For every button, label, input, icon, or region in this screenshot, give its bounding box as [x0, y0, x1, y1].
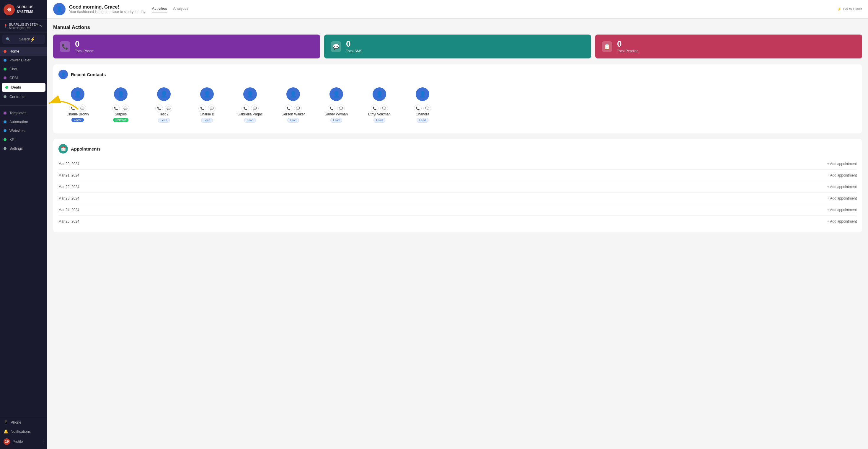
contact-sms-btn-5[interactable]: 💬 [294, 104, 302, 112]
contact-sms-btn-4[interactable]: 💬 [251, 104, 259, 112]
add-appointment-btn-2[interactable]: + Add appointment [827, 185, 857, 189]
sidebar-item-label-phone: Phone [11, 420, 21, 424]
stat-sms-label: Total SMS [346, 49, 362, 53]
sidebar-item-label-kpi: KPI [9, 137, 16, 142]
websites-dot [4, 129, 6, 132]
search-row[interactable]: 🔍 Search ⚡ [2, 35, 45, 44]
sidebar-item-automation[interactable]: Automation [0, 118, 47, 126]
stat-card-phone: 📞 0 Total Phone [53, 35, 320, 59]
contacts-header-icon: 👤 [58, 70, 68, 79]
search-icon: 🔍 [6, 37, 17, 41]
dialer-icon: ⚡ [837, 7, 841, 11]
search-label: Search [19, 37, 30, 41]
contact-call-btn-1[interactable]: 📞 [112, 104, 120, 112]
automation-dot [4, 121, 6, 123]
add-appointment-btn-5[interactable]: + Add appointment [827, 219, 857, 223]
contacts-title: Recent Contacts [71, 72, 106, 77]
topbar: 👤 Good morning, Grace! Your dashboard is… [47, 0, 868, 19]
manual-actions-section: Manual Actions 📞 0 Total Phone 💬 0 Total… [53, 25, 862, 59]
sidebar-item-profile[interactable]: GP Profile ‹ [0, 436, 47, 447]
chat-dot [4, 68, 6, 70]
appointment-row-2: Mar 22, 2024 + Add appointment [58, 181, 857, 193]
tab-activities[interactable]: Activities [152, 6, 167, 12]
sidebar-item-crm[interactable]: CRM [0, 73, 47, 83]
appointment-row-3: Mar 23, 2024 + Add appointment [58, 193, 857, 204]
stat-sms-value: 0 [346, 40, 362, 48]
contact-name-1: Surplus [115, 112, 127, 116]
contact-name-3: Charlie B [199, 112, 214, 116]
sidebar-item-notifications[interactable]: 🔔 Notifications [0, 427, 47, 436]
appointment-date-2: Mar 22, 2024 [58, 185, 88, 189]
org-selector[interactable]: 📍 SURPLUS SYSTEM... Bloomington, MN ▾ [0, 20, 47, 33]
contact-sms-btn-6[interactable]: 💬 [337, 104, 345, 112]
go-to-dialer-button[interactable]: ⚡ Go to Dialer [837, 7, 862, 11]
tab-analytics[interactable]: Analytics [173, 6, 188, 12]
stat-pending-label: Total Pending [617, 49, 639, 53]
add-appointment-btn-4[interactable]: + Add appointment [827, 208, 857, 212]
contact-avatar-charlie-b: 👤 [200, 87, 214, 101]
contact-avatar-charlie-brown: 👤 [71, 87, 85, 101]
add-appointment-btn-3[interactable]: + Add appointment [827, 196, 857, 200]
contact-sms-btn-1[interactable]: 💬 [122, 104, 129, 112]
appointments-header-icon: 📅 [58, 144, 68, 154]
contact-call-btn-0[interactable]: 📞 [69, 104, 77, 112]
contact-sms-btn-2[interactable]: 💬 [165, 104, 173, 112]
sidebar-item-home[interactable]: Home [0, 47, 47, 56]
contact-tag-3: Lead [201, 118, 213, 123]
contact-sms-btn-3[interactable]: 💬 [208, 104, 216, 112]
contact-sms-btn-0[interactable]: 💬 [79, 104, 86, 112]
sidebar-item-settings[interactable]: Settings [0, 144, 47, 153]
contact-surplus: 👤 📞 💬 Surplus Relative [101, 84, 140, 126]
contact-call-btn-4[interactable]: 📞 [242, 104, 249, 112]
contact-tag-8: Lead [416, 118, 428, 123]
contact-call-btn-3[interactable]: 📞 [198, 104, 206, 112]
contact-sandy: 👤 📞 💬 Sandy Wyman Lead [317, 84, 355, 126]
appointment-date-3: Mar 23, 2024 [58, 196, 88, 200]
sidebar-item-phone[interactable]: 📱 Phone [0, 418, 47, 427]
appointment-row-5: Mar 25, 2024 + Add appointment [58, 216, 857, 227]
contact-tag-6: Lead [330, 118, 342, 123]
contact-call-btn-5[interactable]: 📞 [285, 104, 292, 112]
sidebar-item-power-dialer[interactable]: Power Dialer [0, 56, 47, 65]
contact-avatar-gerson: 👤 [286, 87, 300, 101]
phone-icon: 📱 [4, 420, 8, 424]
contact-name-6: Sandy Wyman [325, 112, 348, 116]
contact-sms-btn-8[interactable]: 💬 [423, 104, 431, 112]
sidebar-item-chat[interactable]: Chat [0, 65, 47, 73]
contact-charlie-brown: 👤 📞 💬 Charlie Brown Client [58, 84, 97, 126]
add-appointment-btn-1[interactable]: + Add appointment [827, 173, 857, 178]
kpi-dot [4, 138, 6, 141]
sidebar-item-contracts[interactable]: Contracts [0, 92, 47, 101]
contact-call-btn-2[interactable]: 📞 [155, 104, 163, 112]
topbar-tabs: Activities Analytics [152, 6, 188, 12]
stat-card-sms: 💬 0 Total SMS [324, 35, 591, 59]
sidebar-item-label-templates: Templates [9, 111, 26, 115]
appointment-date-4: Mar 24, 2024 [58, 208, 88, 212]
contact-tag-7: Lead [373, 118, 385, 123]
sidebar-item-label-chat: Chat [9, 67, 17, 71]
contact-call-btn-6[interactable]: 📞 [328, 104, 335, 112]
sidebar-item-label-power-dialer: Power Dialer [9, 58, 31, 62]
sidebar-item-templates[interactable]: Templates [0, 109, 47, 118]
contact-name-4: Gabriella Pagac [237, 112, 262, 116]
sidebar-item-deals[interactable]: Deals [2, 83, 45, 92]
collapse-icon[interactable]: ‹ [42, 440, 44, 443]
logo: ❋ SURPLUS SYSTEMS [0, 0, 47, 20]
stat-phone-icon: 📞 [60, 41, 70, 52]
stats-row: 📞 0 Total Phone 💬 0 Total SMS 📋 [53, 35, 862, 59]
sidebar-item-websites[interactable]: Websites [0, 126, 47, 135]
bolt-icon: ⚡ [30, 37, 41, 42]
contact-sms-btn-7[interactable]: 💬 [380, 104, 388, 112]
sidebar-item-label-home: Home [9, 49, 19, 54]
contact-call-btn-8[interactable]: 📞 [414, 104, 422, 112]
contact-avatar-sandy: 👤 [330, 87, 343, 101]
sidebar-item-kpi[interactable]: KPI [0, 135, 47, 144]
contact-test2: 👤 📞 💬 Test 2 Lead [145, 84, 183, 126]
contact-call-btn-7[interactable]: 📞 [371, 104, 378, 112]
appointments-header: 📅 Appointments [58, 144, 857, 154]
sidebar-item-label-crm: CRM [9, 76, 18, 80]
manual-actions-title: Manual Actions [53, 25, 862, 30]
appointment-row-0: Mar 20, 2024 + Add appointment [58, 158, 857, 170]
add-appointment-btn-0[interactable]: + Add appointment [827, 162, 857, 166]
appointment-row-4: Mar 24, 2024 + Add appointment [58, 204, 857, 216]
